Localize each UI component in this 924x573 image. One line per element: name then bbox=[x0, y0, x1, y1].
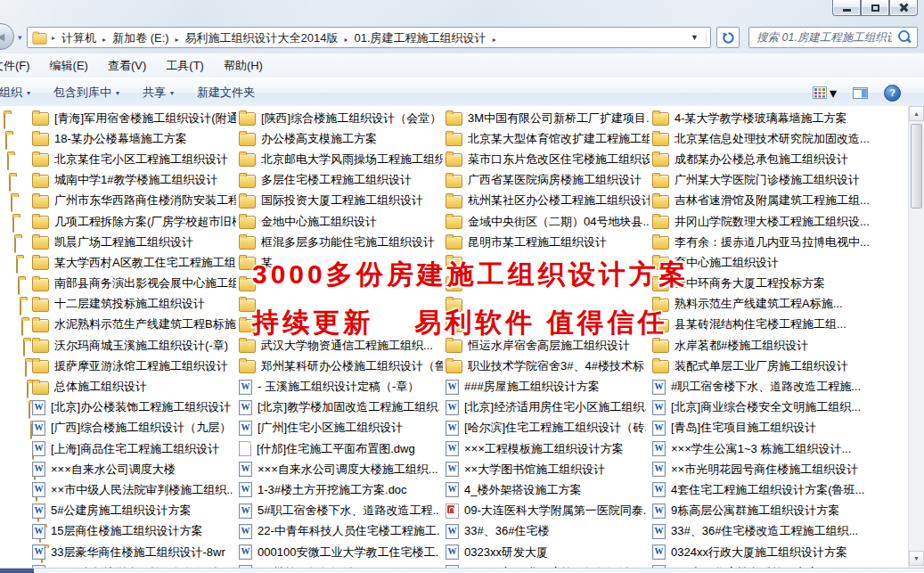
list-item[interactable]: 井冈山学院数理大楼工程施工组织设... bbox=[650, 211, 907, 232]
list-item[interactable]: 广西省某医院病房楼施工组织设计 bbox=[444, 170, 650, 191]
preview-pane-button[interactable] bbox=[849, 85, 871, 102]
list-item[interactable] bbox=[237, 274, 444, 294]
list-item[interactable]: 22-中青年科技人员住宅楼工程施工... bbox=[237, 521, 444, 542]
list-item[interactable]: 南部县商务演出影视会展中心施工组... bbox=[30, 274, 237, 294]
list-item[interactable]: 000100安微工业大学教工住宅楼工... bbox=[237, 542, 444, 562]
list-item[interactable] bbox=[237, 294, 444, 315]
list-item[interactable]: 33层豪华商住楼施工组织设计-8wr bbox=[30, 542, 237, 562]
refresh-button[interactable] bbox=[716, 27, 740, 48]
menu-item[interactable]: 文件(F) bbox=[0, 55, 40, 77]
list-item[interactable]: 金地中心施工组织设计 bbox=[237, 211, 444, 232]
list-item[interactable]: ××大学图书馆施工组织设计 bbox=[444, 459, 650, 479]
list-item[interactable]: 菜市口东片危改区住宅楼施工组织设... bbox=[444, 149, 650, 169]
change-view-button[interactable]: ▾ bbox=[809, 82, 840, 104]
address-bar[interactable]: ▸ 计算机▸新加卷 (E:)▸易利施工组织设计大全2014版▸01.房建工程施工… bbox=[27, 27, 711, 48]
toolbar-button[interactable]: 共享▾ bbox=[131, 80, 185, 105]
list-item[interactable]: [广州]住宅小区施工组织设计 bbox=[237, 418, 444, 438]
tree-folder-icon[interactable] bbox=[11, 195, 12, 212]
list-item[interactable]: 杭州某社区办公楼工程施工组织设计 bbox=[444, 191, 650, 211]
menu-item[interactable]: 帮助(H) bbox=[214, 55, 273, 77]
breadcrumb-segment[interactable]: 计算机 bbox=[57, 31, 101, 45]
back-button[interactable]: ◄ bbox=[0, 23, 14, 50]
list-item[interactable]: [什邡]住宅施工平面布置图.dwg bbox=[237, 438, 444, 459]
list-item[interactable]: 广州某大学医院门诊楼施工组织设计 bbox=[650, 170, 907, 191]
tree-folder-icon[interactable] bbox=[25, 360, 27, 377]
list-item[interactable]: 9栋高层公寓群施工组织设计方案 bbox=[650, 501, 907, 521]
list-item[interactable]: 水岸茗都#楼施工组织设计 bbox=[650, 335, 907, 356]
list-item[interactable]: 框混多层多功能住宅施工组织设计 bbox=[237, 232, 444, 252]
minimize-button[interactable] bbox=[832, 0, 861, 16]
recent-pages-chevron-icon[interactable]: ▾ bbox=[18, 33, 22, 42]
list-item[interactable]: 总体施工组织设计 bbox=[30, 376, 237, 397]
list-item[interactable]: 多层住宅楼工程施工组织设计 bbox=[237, 170, 444, 191]
list-item[interactable]: 北京邮电大学风雨操场工程施工组织... bbox=[237, 149, 444, 169]
list-item[interactable]: 1-3#楼土方开挖施工方案.doc bbox=[237, 479, 444, 500]
list-item[interactable]: 昆明市某工程施工组织设计 bbox=[444, 232, 650, 252]
list-item[interactable]: 武汉大学物资通信工程施工组织... bbox=[237, 335, 444, 356]
list-item[interactable]: 0323xx研发大厦 bbox=[444, 542, 650, 562]
list-item[interactable]: 5#公建房施工组织设计方案 bbox=[30, 501, 237, 521]
list-item[interactable]: 沃尔玛商城玉溪施工组织设计(-章) bbox=[30, 335, 237, 356]
list-item[interactable]: 职业技术学院宿舍3#、4#楼技术标 bbox=[444, 356, 650, 376]
list-item[interactable]: 北京某大型体育馆改扩建工程施工组... bbox=[444, 128, 650, 149]
vertical-scrollbar[interactable]: ▲ ▼ bbox=[908, 106, 924, 568]
list-item[interactable]: 33#、36#住宅楼改造工程施工组织... bbox=[650, 521, 907, 542]
list-item[interactable]: [北京]办公楼装饰工程施工组织设计 bbox=[30, 397, 237, 418]
list-item[interactable]: 金中环商务大厦工程投标方案 bbox=[650, 274, 907, 294]
list-item[interactable]: 熟料示范生产线建筑工程A标施... bbox=[650, 294, 907, 315]
tree-folder-icon[interactable] bbox=[5, 133, 7, 150]
list-item[interactable]: 吉林省速滑馆及附属建筑工程施工组... bbox=[650, 191, 907, 211]
list-item[interactable]: ×××自来水公司调度大楼施工组织... bbox=[237, 459, 444, 479]
menu-item[interactable]: 编辑(E) bbox=[40, 55, 98, 77]
list-item[interactable]: 18-某办公楼幕墙施工方案 bbox=[30, 128, 237, 149]
list-item[interactable]: 5#职工宿舍楼下水、道路改造工程... bbox=[237, 501, 444, 521]
list-item[interactable]: 金域中央街区（二期）04号地块县... bbox=[444, 211, 650, 232]
breadcrumb-segment[interactable]: 易利施工组织设计大全2014版 bbox=[181, 31, 343, 45]
scroll-up-button[interactable]: ▲ bbox=[909, 106, 924, 121]
list-item[interactable] bbox=[237, 315, 444, 335]
list-item[interactable]: [上海]商品住宅工程施工组织设计 bbox=[30, 438, 237, 459]
toolbar-button[interactable]: 包含到库中▾ bbox=[42, 80, 131, 105]
list-item[interactable]: [哈尔滨]住宅工程施工组织设计（砖... bbox=[444, 418, 650, 438]
address-history-chevron-icon[interactable]: ▼ bbox=[683, 33, 707, 42]
list-item[interactable]: 4套住宅工程施工组织设计方案(鲁班... bbox=[650, 479, 907, 500]
list-item[interactable]: 33#、36#住宅楼 bbox=[444, 521, 650, 542]
list-item[interactable]: 成都某办公楼总承包施工组织设计 bbox=[650, 149, 907, 169]
breadcrumb-segment[interactable]: 新加卷 (E:) bbox=[108, 31, 174, 45]
list-item[interactable]: [青海]军用宿舍楼施工组织设计(附通... bbox=[30, 108, 237, 128]
tree-folder-icon[interactable] bbox=[23, 340, 25, 356]
list-item[interactable]: [北京]教学楼加固改造工程施工组织... bbox=[237, 397, 444, 418]
list-item[interactable]: 李有余：援赤道几内亚马拉博电视中... bbox=[650, 232, 907, 252]
list-item[interactable]: 城南中学1#教学楼施工组织设计 bbox=[30, 170, 237, 191]
search-icon[interactable] bbox=[895, 29, 913, 46]
tree-folder-icon[interactable] bbox=[9, 175, 11, 192]
list-item[interactable]: [青岛]住宅项目施工组织设计 bbox=[650, 418, 907, 438]
help-button[interactable]: ? bbox=[880, 82, 904, 104]
tree-folder-icon[interactable] bbox=[16, 257, 18, 274]
tree-folder-icon[interactable] bbox=[4, 112, 5, 129]
list-item[interactable]: 某 bbox=[237, 252, 444, 273]
menu-item[interactable]: 查看(V) bbox=[98, 55, 156, 77]
list-item[interactable]: ××市光明花园号商住楼施工组织设计 bbox=[650, 459, 907, 479]
list-item[interactable]: [广西]综合楼施工组织设计（九层） bbox=[30, 418, 237, 438]
list-item[interactable]: ###房屋施工组织设计方案 bbox=[444, 376, 650, 397]
list-item[interactable]: 十二层建筑投标施工组织设计 bbox=[30, 294, 237, 315]
list-item[interactable]: 援萨摩亚游泳馆工程施工组织设计 bbox=[30, 356, 237, 376]
list-item[interactable]: 水泥熟料示范生产线建筑工程B标施... bbox=[30, 315, 237, 335]
list-item[interactable]: 某大学西村A区教工住宅工程施工组... bbox=[30, 252, 237, 273]
list-item[interactable]: 09-大连医科大学附属第一医院同泰... bbox=[444, 501, 650, 521]
breadcrumb-segment[interactable]: 01.房建工程施工组织设计 bbox=[350, 31, 491, 45]
toolbar-button[interactable]: 新建文件夹 bbox=[185, 80, 266, 105]
list-item[interactable] bbox=[444, 315, 650, 335]
list-item[interactable]: [北京]商业综合楼安全文明施工组织... bbox=[650, 397, 907, 418]
list-item[interactable]: 凯晨广场工程施工组织设计 bbox=[30, 232, 237, 252]
list-item[interactable]: 县某砖混结构住宅楼工程施工组... bbox=[650, 315, 907, 335]
list-item[interactable] bbox=[444, 294, 650, 315]
list-item[interactable]: 北京某住宅小区工程施工组织设计 bbox=[30, 149, 237, 169]
list-item[interactable]: 广州市东华西路商住楼消防安装工程... bbox=[30, 191, 237, 211]
list-item[interactable]: #职工宿舍楼下水、道路改造工程施... bbox=[650, 376, 907, 397]
toolbar-button[interactable]: 组织▾ bbox=[0, 80, 42, 105]
tree-folder-icon[interactable] bbox=[7, 153, 9, 170]
list-item[interactable]: 几项工程拆除方案(厂房学校超市旧楼) bbox=[30, 211, 237, 232]
tree-folder-icon[interactable] bbox=[18, 278, 20, 295]
